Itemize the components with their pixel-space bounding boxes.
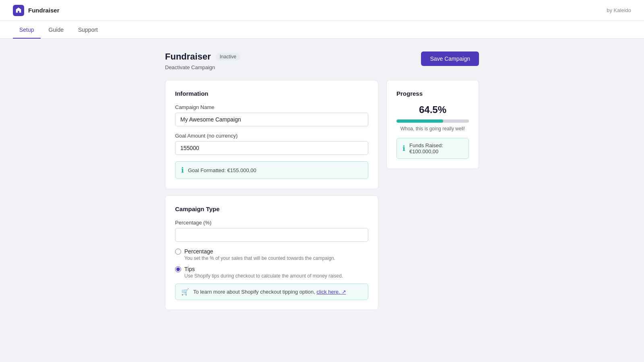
radio-percentage-desc: You set the % of your sales that will be…	[184, 255, 368, 261]
goal-amount-group: Goal Amount (no currency)	[175, 133, 368, 155]
right-column: Progress 64.5% Whoa, this is going reall…	[386, 80, 479, 310]
funds-raised-text: Funds Raised: €100.000,00	[409, 142, 463, 154]
progress-message: Whoa, this is going really well!	[396, 126, 469, 132]
campaign-type-radio-group: Percentage You set the % of your sales t…	[175, 248, 368, 279]
page-header: Fundraiser Inactive Deactivate Campaign …	[165, 51, 479, 70]
app-logo	[13, 5, 24, 16]
goal-amount-label: Goal Amount (no currency)	[175, 133, 368, 139]
information-card: Information Campaign Name Goal Amount (n…	[165, 80, 378, 189]
shopify-link[interactable]: click here. ↗	[316, 289, 346, 295]
info-icon: ℹ	[181, 166, 184, 175]
radio-option-percentage: Percentage You set the % of your sales t…	[175, 248, 368, 261]
save-campaign-button[interactable]: Save Campaign	[421, 51, 479, 66]
main-content: Fundraiser Inactive Deactivate Campaign …	[0, 39, 644, 323]
radio-tips-desc: Use Shopify tips during checkout to calc…	[184, 273, 368, 279]
progress-bar-background	[396, 119, 469, 123]
campaign-type-title: Campaign Type	[175, 206, 368, 212]
shopify-text-before: To learn more about Shopify checkout tip…	[193, 289, 315, 295]
campaign-name-group: Campaign Name	[175, 104, 368, 126]
campaign-type-card: Campaign Type Percentage (%) Percentage	[165, 195, 378, 310]
percentage-field-group: Percentage (%)	[175, 220, 368, 242]
radio-percentage-input[interactable]	[175, 249, 181, 255]
funds-raised-box: ℹ Funds Raised: €100.000,00	[396, 138, 469, 159]
funds-info-icon: ℹ	[402, 144, 405, 153]
percentage-input[interactable]	[175, 228, 368, 242]
radio-option-tips: Tips Use Shopify tips during checkout to…	[175, 266, 368, 279]
shopify-icon: 🛒	[181, 288, 189, 296]
header-byline: by Kaleido	[607, 7, 631, 13]
app-name: Fundraiser	[28, 7, 60, 14]
radio-tips-row[interactable]: Tips	[175, 266, 368, 272]
progress-percent: 64.5%	[396, 104, 469, 115]
app-header: Fundraiser by Kaleido	[0, 0, 644, 21]
deactivate-link[interactable]: Deactivate Campaign	[165, 64, 240, 70]
radio-percentage-row[interactable]: Percentage	[175, 248, 368, 255]
campaign-name-label: Campaign Name	[175, 104, 368, 110]
nav-item-support[interactable]: Support	[72, 21, 104, 39]
campaign-name-input[interactable]	[175, 113, 368, 126]
radio-tips-label: Tips	[184, 266, 195, 272]
percentage-label: Percentage (%)	[175, 220, 368, 226]
radio-tips-input[interactable]	[175, 266, 181, 272]
nav-item-setup[interactable]: Setup	[13, 21, 41, 39]
content-wrapper: Fundraiser Inactive Deactivate Campaign …	[165, 51, 479, 310]
header-brand: Fundraiser	[13, 5, 60, 16]
left-column: Information Campaign Name Goal Amount (n…	[165, 80, 378, 310]
progress-bar-fill	[396, 119, 443, 123]
page-title: Fundraiser	[165, 51, 211, 62]
nav-item-guide[interactable]: Guide	[42, 21, 70, 39]
goal-formatted-text: Goal Formatted: €155.000,00	[188, 167, 256, 173]
goal-formatted-box: ℹ Goal Formatted: €155.000,00	[175, 161, 368, 179]
radio-percentage-label: Percentage	[184, 248, 213, 255]
progress-title: Progress	[396, 90, 469, 97]
status-badge: Inactive	[216, 53, 240, 60]
main-nav: Setup Guide Support	[0, 21, 644, 39]
goal-amount-input[interactable]	[175, 141, 368, 155]
page-title-row: Fundraiser Inactive	[165, 51, 240, 62]
shopify-info-box: 🛒 To learn more about Shopify checkout t…	[175, 284, 368, 300]
information-title: Information	[175, 90, 368, 97]
two-col-layout: Information Campaign Name Goal Amount (n…	[165, 80, 479, 310]
progress-card: Progress 64.5% Whoa, this is going reall…	[386, 80, 479, 169]
shopify-text: To learn more about Shopify checkout tip…	[193, 289, 346, 295]
page-title-area: Fundraiser Inactive Deactivate Campaign	[165, 51, 240, 70]
